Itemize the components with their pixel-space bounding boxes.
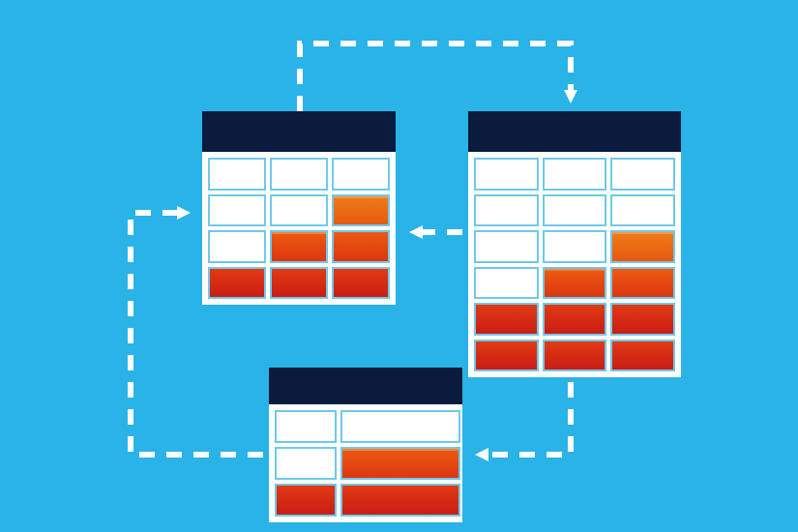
cell <box>610 158 675 191</box>
cell <box>474 158 539 191</box>
cell <box>275 447 337 480</box>
cell <box>610 230 675 263</box>
cell <box>543 230 607 263</box>
cell <box>543 303 607 336</box>
cell <box>340 447 460 480</box>
cell <box>332 194 390 227</box>
cell <box>270 194 328 227</box>
cell <box>543 158 607 191</box>
table-top-left <box>202 152 396 305</box>
table-header <box>468 111 681 152</box>
cell <box>474 340 539 372</box>
cell <box>208 230 266 263</box>
cell <box>474 230 539 263</box>
cell <box>543 340 607 372</box>
cell <box>543 267 607 300</box>
cell <box>208 267 266 300</box>
cell <box>270 230 328 263</box>
cell <box>275 410 337 443</box>
cell <box>474 303 539 336</box>
arrow-topleft-to-right <box>300 44 571 111</box>
cell <box>474 267 539 300</box>
cell <box>332 158 390 191</box>
arrow-right-to-bottom <box>482 382 571 455</box>
cell <box>270 267 328 300</box>
cell <box>610 303 675 336</box>
cell <box>208 158 266 191</box>
cell <box>340 410 460 443</box>
cell <box>474 194 539 227</box>
cell <box>332 267 390 300</box>
cell <box>610 267 675 300</box>
cell <box>610 194 675 227</box>
cell <box>332 230 390 263</box>
cell <box>275 484 337 517</box>
table-bottom <box>269 404 462 522</box>
cell <box>610 340 675 372</box>
cell <box>270 158 328 191</box>
cell <box>340 484 460 517</box>
cell <box>208 194 266 227</box>
table-header <box>202 111 396 152</box>
table-right <box>468 152 681 377</box>
cell <box>543 194 607 227</box>
table-header <box>269 368 462 404</box>
